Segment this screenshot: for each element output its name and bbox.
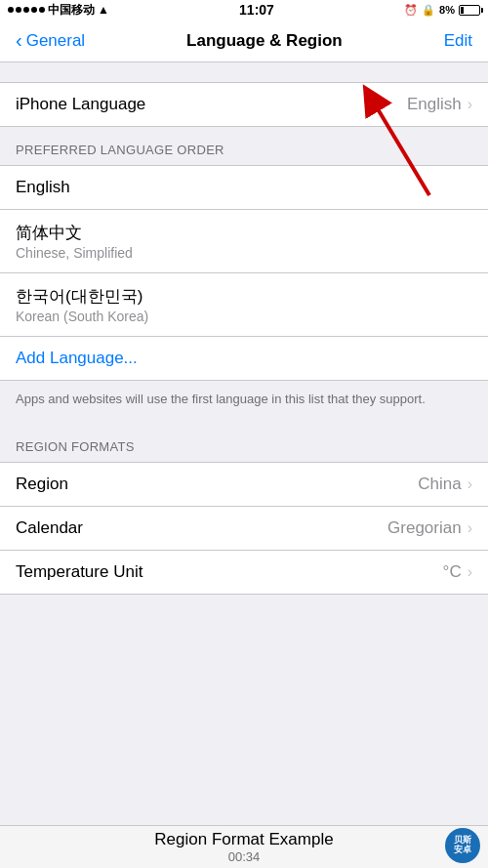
iphone-language-chevron-icon: › bbox=[468, 96, 472, 113]
language-label-korean: 한국어(대한민국) bbox=[16, 285, 148, 308]
add-language-label: Add Language... bbox=[16, 349, 138, 368]
temperature-value: °C bbox=[443, 562, 462, 582]
page-title: Language & Region bbox=[186, 31, 343, 51]
language-item-english[interactable]: English bbox=[0, 166, 488, 210]
iphone-language-group: iPhone Language English › bbox=[0, 82, 488, 127]
iphone-language-label: iPhone Language bbox=[16, 95, 145, 114]
region-formats-header: REGION FORMATS bbox=[0, 424, 488, 462]
alarm-icon: ⏰ bbox=[404, 4, 418, 17]
back-label: General bbox=[26, 31, 85, 51]
language-item-chinese-left: 简体中文 Chinese, Simplified bbox=[16, 222, 133, 261]
info-text: Apps and websites will use the first lan… bbox=[0, 381, 488, 424]
language-item-korean[interactable]: 한국어(대한민국) Korean (South Korea) bbox=[0, 273, 488, 337]
status-time: 11:07 bbox=[239, 2, 274, 18]
language-label-chinese: 简体中文 bbox=[16, 222, 133, 244]
region-value: China bbox=[418, 475, 461, 494]
status-bar: 中国移动 ▲ 11:07 ⏰ 🔒 8% bbox=[0, 0, 488, 20]
temperature-item[interactable]: Temperature Unit °C › bbox=[0, 551, 488, 594]
navigation-bar: ‹ General Language & Region Edit bbox=[0, 20, 488, 62]
temperature-chevron-icon: › bbox=[468, 563, 472, 581]
region-item[interactable]: Region China › bbox=[0, 463, 488, 507]
calendar-item[interactable]: Calendar Gregorian › bbox=[0, 507, 488, 551]
battery-percent: 8% bbox=[439, 4, 455, 16]
battery-icon bbox=[459, 5, 480, 16]
temperature-value-group: °C › bbox=[443, 562, 472, 582]
wifi-icon: ▲ bbox=[98, 3, 109, 17]
calendar-value: Gregorian bbox=[387, 518, 462, 538]
back-chevron-icon: ‹ bbox=[16, 29, 22, 52]
region-value-group: China › bbox=[418, 475, 472, 494]
language-label-english: English bbox=[16, 178, 70, 197]
preferred-language-group: English 简体中文 Chinese, Simplified 한국어(대한민… bbox=[0, 165, 488, 381]
iphone-language-item[interactable]: iPhone Language English › bbox=[0, 83, 488, 126]
signal-icon bbox=[8, 7, 45, 13]
language-item-korean-left: 한국어(대한민국) Korean (South Korea) bbox=[16, 285, 148, 324]
edit-button[interactable]: Edit bbox=[444, 31, 472, 51]
calendar-label: Calendar bbox=[16, 518, 83, 538]
top-gap bbox=[0, 62, 488, 82]
iphone-language-value: English bbox=[407, 95, 462, 114]
carrier-label: 中国移动 bbox=[48, 2, 95, 19]
add-language-item[interactable]: Add Language... bbox=[0, 337, 488, 380]
status-right: ⏰ 🔒 8% bbox=[404, 4, 480, 17]
region-label: Region bbox=[16, 475, 68, 494]
bottom-bar: Region Format Example 00:34 bbox=[0, 825, 488, 868]
calendar-value-group: Gregorian › bbox=[387, 518, 472, 538]
language-item-chinese[interactable]: 简体中文 Chinese, Simplified bbox=[0, 210, 488, 273]
region-format-time: 00:34 bbox=[154, 849, 333, 864]
watermark: 贝斯安卓 bbox=[445, 828, 480, 863]
region-format-example-label: Region Format Example bbox=[154, 830, 333, 849]
preferred-language-header: PREFERRED LANGUAGE ORDER bbox=[0, 127, 488, 165]
back-button[interactable]: ‹ General bbox=[16, 30, 85, 52]
language-sublabel-chinese: Chinese, Simplified bbox=[16, 245, 133, 261]
iphone-language-value-group: English › bbox=[407, 95, 472, 114]
region-chevron-icon: › bbox=[468, 475, 472, 493]
status-left: 中国移动 ▲ bbox=[8, 2, 109, 19]
content-area: iPhone Language English › PREFERRED LANG… bbox=[0, 62, 488, 825]
lock-icon: 🔒 bbox=[422, 4, 435, 17]
region-formats-group: Region China › Calendar Gregorian › Temp… bbox=[0, 462, 488, 595]
temperature-label: Temperature Unit bbox=[16, 562, 142, 582]
language-sublabel-korean: Korean (South Korea) bbox=[16, 309, 148, 324]
calendar-chevron-icon: › bbox=[468, 519, 472, 537]
